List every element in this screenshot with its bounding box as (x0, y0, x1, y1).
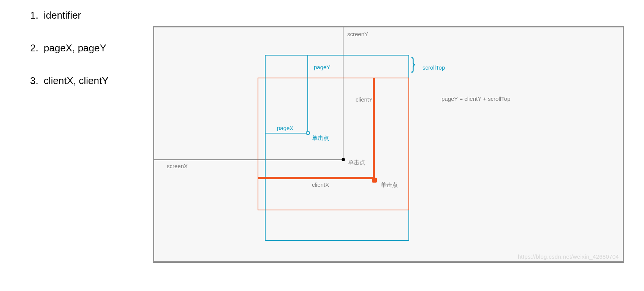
watermark: https://blog.csdn.net/weixin_42680704 (518, 253, 619, 260)
scrolltop-brace: } (411, 54, 415, 73)
client-rect (258, 78, 409, 210)
list-label: clientX, clientY (44, 75, 109, 87)
client-y-label: clientY (356, 96, 373, 103)
list-number: 1. (27, 10, 44, 21)
client-click-label: 单击点 (381, 181, 398, 189)
formula-label: pageY = clientY + scrollTop (441, 95, 510, 102)
list-label: pageX, pageY (44, 42, 106, 54)
scrolltop-label: scrollTop (422, 64, 445, 71)
client-y-line (373, 78, 375, 177)
client-x-line (258, 177, 375, 179)
page-y-label: pageY (314, 64, 330, 70)
coordinate-diagram: screenY screenX 单击点 pageY pageX 单击点 clie… (153, 26, 624, 263)
screen-y-label: screenY (347, 31, 368, 37)
list-item: 2. pageX, pageY (27, 42, 109, 54)
list-item: 3. clientX, clientY (27, 75, 109, 87)
property-list: 1. identifier 2. pageX, pageY 3. clientX… (27, 10, 109, 108)
screen-x-label: screenX (167, 163, 188, 169)
list-number: 2. (27, 42, 44, 54)
client-click-dot (372, 178, 377, 183)
list-label: identifier (44, 10, 81, 21)
list-number: 3. (27, 75, 44, 87)
client-x-label: clientX (312, 181, 329, 188)
list-item: 1. identifier (27, 10, 109, 21)
